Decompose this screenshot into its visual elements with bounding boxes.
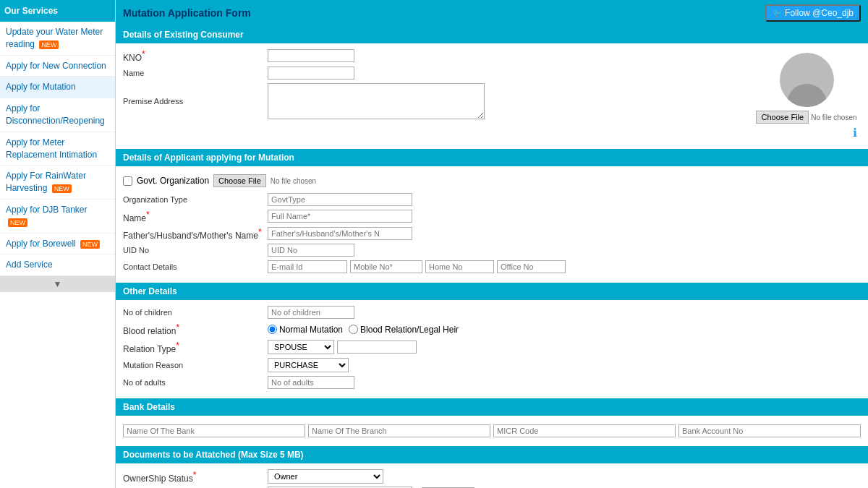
section-applicant: Details of Applicant applying for Mutati… (116, 149, 868, 283)
sidebar-scroll-down[interactable]: ▼ (0, 276, 115, 292)
account-input[interactable] (678, 424, 861, 437)
govt-org-row: Govt. Organization Choose File No file c… (123, 172, 861, 189)
org-type-label: Organization Type (123, 195, 268, 204)
org-type-input[interactable] (268, 193, 412, 206)
relation-type-input[interactable] (337, 341, 417, 354)
name-input[interactable] (268, 67, 354, 80)
relation-type-controls: SPOUSE FATHER MOTHER SON DAUGHTER (268, 340, 417, 354)
mobile-input[interactable] (350, 260, 422, 273)
contact-label: Contact Details (123, 262, 268, 271)
section-other-header: Other Details (116, 283, 868, 300)
info-icon[interactable]: ℹ (853, 127, 857, 139)
sidebar-item-borewell[interactable]: Apply for Borewell NEW (0, 234, 115, 255)
branch-input[interactable] (308, 424, 490, 437)
ownership-row: OwnerShip Status* Owner Tenant Co-Owner (123, 469, 861, 484)
sidebar-item-mutation[interactable]: Apply for Mutation (0, 77, 115, 98)
contact-inputs (268, 260, 566, 273)
photo-choose-file-button[interactable]: Choose File (756, 111, 809, 124)
avatar-body (787, 84, 827, 107)
father-name-row: Father's/Husband's/Mother's Name* (123, 227, 861, 241)
kno-row: KNO* (123, 49, 752, 63)
home-input[interactable] (425, 260, 494, 273)
kno-input[interactable] (268, 49, 354, 62)
normal-mutation-option[interactable]: Normal Mutation (268, 325, 343, 335)
bank-name-input[interactable] (123, 424, 305, 437)
profile-section: Choose File No file chosen ℹ (752, 49, 861, 143)
sidebar-item-add-service[interactable]: Add Service (0, 254, 115, 276)
bank-inputs-row (123, 421, 861, 440)
relation-type-row: Relation Type* SPOUSE FATHER MOTHER SON … (123, 340, 861, 354)
photo-no-file: No file chosen (811, 114, 856, 121)
name-row: Name (123, 67, 752, 80)
page-title: Mutation Application Form (123, 7, 251, 19)
section-other: Other Details No of children Blood relat… (116, 283, 868, 398)
main-content: Mutation Application Form 🐦 Follow @Ceo_… (116, 0, 868, 488)
section-applicant-header: Details of Applicant applying for Mutati… (116, 149, 868, 166)
blood-relation-radio[interactable] (349, 325, 358, 334)
avatar (780, 53, 834, 107)
father-name-input[interactable] (268, 227, 412, 240)
sidebar-item-tanker[interactable]: Apply for DJB Tanker NEW (0, 200, 115, 234)
kno-label: KNO* (123, 49, 268, 63)
relation-type-label: Relation Type* (123, 341, 268, 354)
section-existing: Details of Existing Consumer KNO* Name P… (116, 26, 868, 149)
applicant-name-row: Name* (123, 210, 861, 223)
ownership-controls: Owner Tenant Co-Owner (268, 469, 383, 484)
sidebar-item-meter-replacement[interactable]: Apply for Meter Replacement Intimation (0, 132, 115, 166)
govt-org-label: Govt. Organization (137, 176, 209, 186)
premise-label: Premise Address (123, 97, 268, 106)
sidebar-item-disconnection[interactable]: Apply for Disconnection/Reopening (0, 98, 115, 132)
bank-form-body (116, 416, 868, 446)
blood-relation-row: Blood relation* Normal Mutation Blood Re… (123, 322, 861, 336)
sidebar: Our Services Update your Water Meter rea… (0, 0, 116, 488)
blood-relation-option[interactable]: Blood Relation/Legal Heir (349, 325, 459, 335)
sidebar-item-rainwater[interactable]: Apply For RainWater Harvesting NEW (0, 166, 115, 200)
office-input[interactable] (497, 260, 566, 273)
contact-row: Contact Details (123, 260, 861, 273)
twitter-button[interactable]: 🐦 Follow @Ceo_djb (765, 4, 861, 22)
mutation-reason-select[interactable]: PURCHASE GIFT INHERITANCE COURT ORDER (268, 358, 349, 372)
mutation-reason-row: Mutation Reason PURCHASE GIFT INHERITANC… (123, 358, 861, 372)
no-adults-input[interactable] (268, 376, 354, 389)
premise-textarea[interactable] (268, 83, 485, 119)
documents-form-body: OwnerShip Status* Owner Tenant Co-Owner … (116, 463, 868, 488)
form-container: Details of Existing Consumer KNO* Name P… (116, 26, 868, 488)
org-type-row: Organization Type (123, 193, 861, 206)
section-bank-header: Bank Details (116, 398, 868, 416)
existing-fields: KNO* Name Premise Address (123, 49, 752, 123)
applicant-name-label: Name* (123, 210, 268, 223)
govt-no-file: No file chosen (271, 177, 316, 185)
ownership-select[interactable]: Owner Tenant Co-Owner (268, 469, 383, 484)
section-existing-header: Details of Existing Consumer (116, 26, 868, 43)
no-adults-row: No of adults (123, 376, 861, 389)
name-label: Name (123, 69, 268, 77)
photo-upload-row: Choose File No file chosen (756, 111, 857, 124)
father-label: Father's/Husband's/Mother's Name* (123, 227, 268, 241)
govt-org-checkbox[interactable] (123, 176, 132, 186)
page-header: Mutation Application Form 🐦 Follow @Ceo_… (116, 0, 868, 26)
sidebar-header: Our Services (0, 0, 115, 22)
ownership-label: OwnerShip Status* (123, 470, 268, 484)
section-bank: Bank Details (116, 398, 868, 446)
applicant-name-input[interactable] (268, 210, 412, 223)
other-form-body: No of children Blood relation* Normal Mu… (116, 300, 868, 398)
mutation-reason-label: Mutation Reason (123, 361, 268, 369)
section-documents-header: Documents to be Attatched (Max Size 5 MB… (116, 446, 868, 463)
normal-mutation-radio[interactable] (268, 325, 277, 334)
no-adults-label: No of adults (123, 378, 268, 387)
section-documents: Documents to be Attatched (Max Size 5 MB… (116, 446, 868, 488)
blood-relation-label: Blood relation* (123, 322, 268, 336)
no-children-input[interactable] (268, 306, 354, 319)
no-children-label: No of children (123, 308, 268, 317)
applicant-form-body: Govt. Organization Choose File No file c… (116, 166, 868, 283)
sidebar-item-update-meter[interactable]: Update your Water Meter reading NEW (0, 22, 115, 56)
email-input[interactable] (268, 260, 347, 273)
sidebar-item-new-connection[interactable]: Apply for New Connection (0, 56, 115, 77)
uid-label: UID No (123, 246, 268, 254)
micr-input[interactable] (493, 424, 676, 437)
existing-form-body: KNO* Name Premise Address (116, 43, 868, 149)
uid-input[interactable] (268, 244, 354, 257)
govt-choose-file-button[interactable]: Choose File (213, 174, 266, 187)
blood-relation-radios: Normal Mutation Blood Relation/Legal Hei… (268, 325, 459, 335)
relation-type-select[interactable]: SPOUSE FATHER MOTHER SON DAUGHTER (268, 340, 334, 354)
